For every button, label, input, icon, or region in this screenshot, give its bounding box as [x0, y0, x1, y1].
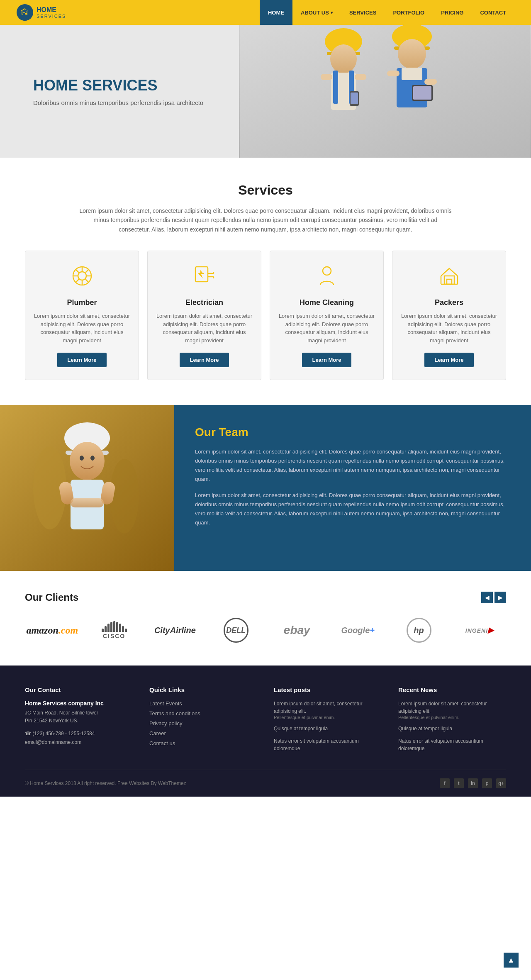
plumber-learn-more-button[interactable]: Learn More: [57, 353, 106, 367]
footer-link-item: Career: [149, 730, 257, 736]
svg-point-48: [70, 442, 105, 480]
plumber-desc: Lorem ipsum dolor sit amet, consectetur …: [34, 312, 130, 344]
googleplus-icon[interactable]: g+: [496, 778, 506, 788]
clients-prev-button[interactable]: ◀: [481, 592, 493, 603]
team-content: Our Team Lorem ipsum dolor sit amet, con…: [174, 405, 531, 571]
pinterest-icon[interactable]: p: [482, 778, 492, 788]
twitter-icon[interactable]: t: [454, 778, 464, 788]
logo-text: HOME SERVICES: [37, 6, 66, 19]
nav-home[interactable]: HOME: [260, 0, 292, 25]
logo[interactable]: HOME SERVICES: [17, 4, 66, 21]
svg-line-27: [85, 279, 89, 283]
packers-desc: Lorem ipsum dolor sit amet, consectetur …: [401, 312, 497, 344]
svg-marker-36: [198, 270, 204, 278]
footer-links-list: Latest Events Terms and conditions Priva…: [149, 700, 257, 746]
plumber-title: Plumber: [67, 298, 97, 307]
hero-title: HOME SERVICES: [33, 77, 203, 94]
nav-pricing[interactable]: PRICING: [433, 0, 472, 25]
team-image: [0, 405, 174, 571]
service-card-packers: Packers Lorem ipsum dolor sit amet, cons…: [392, 251, 506, 380]
team-para-1: Lorem ipsum dolor sit amet, consectetur …: [195, 447, 510, 484]
footer-company-name: Home Services company Inc: [25, 700, 133, 707]
client-logo-cisco: CISCO: [89, 616, 139, 645]
svg-rect-15: [402, 68, 422, 80]
footer-news-col: Recent News Lorem ipsum dolor sit amet, …: [398, 686, 506, 757]
footer-address: JC Main Road, Near Silnlie towerPin-2154…: [25, 709, 133, 725]
logo-sub: SERVICES: [37, 14, 66, 19]
service-card-plumber: Plumber Lorem ipsum dolor sit amet, cons…: [25, 251, 139, 380]
footer-news-item: Lorem ipsum dolor sit amet, consectetur …: [398, 700, 506, 720]
footer-quicklinks-col: Quick Links Latest Events Terms and cond…: [149, 686, 257, 757]
electrician-learn-more-button[interactable]: Learn More: [180, 353, 229, 367]
svg-rect-39: [447, 279, 452, 284]
phone-icon: ☎: [25, 731, 31, 736]
footer-copyright: © Home Services 2018 All right reserved.…: [25, 780, 186, 786]
svg-point-37: [323, 267, 331, 275]
footer: Our Contact Home Services company Inc JC…: [0, 666, 531, 797]
footer-contact-title: Our Contact: [25, 686, 133, 693]
services-title: Services: [25, 183, 506, 198]
svg-point-49: [80, 456, 84, 461]
footer-link-contact[interactable]: Contact us: [149, 740, 175, 746]
footer-contact-col: Our Contact Home Services company Inc JC…: [25, 686, 133, 757]
clients-section: Our Clients ◀ ▶ amazon.com: [0, 571, 531, 666]
svg-rect-8: [351, 93, 358, 104]
footer-link-terms[interactable]: Terms and conditions: [149, 710, 200, 717]
team-para-2: Lorem ipsum dolor sit amet, consectetur …: [195, 491, 510, 527]
electrician-desc: Lorem ipsum dolor sit amet, consectetur …: [156, 312, 253, 344]
client-logo-cityairline: CityAirline: [150, 616, 200, 645]
footer-posts-col: Latest posts Lorem ipsum dolor sit amet,…: [274, 686, 382, 757]
svg-line-29: [76, 279, 79, 283]
clients-next-button[interactable]: ▶: [494, 592, 506, 603]
svg-rect-18: [387, 71, 399, 76]
nav-portfolio[interactable]: PORTFOLIO: [385, 0, 433, 25]
svg-line-28: [85, 269, 89, 273]
footer-post-item: Quisque at tempor ligula: [274, 725, 382, 732]
cleaning-desc: Lorem ipsum dolor sit amet, consectetur …: [278, 312, 375, 344]
client-logo-hp: hp: [394, 616, 444, 645]
footer-link-privacy[interactable]: Privacy policy: [149, 720, 182, 726]
hero-image: [239, 25, 531, 158]
team-title: Our Team: [195, 426, 510, 439]
svg-point-45: [110, 459, 139, 534]
footer-news-title: Recent News: [398, 686, 506, 693]
svg-rect-19: [424, 79, 437, 85]
cleaning-learn-more-button[interactable]: Learn More: [302, 353, 351, 367]
svg-rect-0: [240, 25, 530, 158]
service-card-cleaning: Home Cleaning Lorem ipsum dolor sit amet…: [270, 251, 384, 380]
client-logo-dell: DELL: [211, 616, 261, 645]
logo-brand: HOME: [37, 6, 66, 14]
client-logo-ingeni: INGENI▶: [455, 616, 504, 645]
linkedin-icon[interactable]: in: [468, 778, 478, 788]
nav-links: HOME ABOUT US ▾ SERVICES PORTFOLIO PRICI…: [260, 0, 514, 25]
footer-posts-title: Latest posts: [274, 686, 382, 693]
footer-link-item: Privacy policy: [149, 720, 257, 726]
footer-bottom: © Home Services 2018 All right reserved.…: [25, 770, 506, 788]
svg-rect-17: [413, 86, 431, 100]
svg-point-3: [330, 44, 357, 73]
footer-link-item: Terms and conditions: [149, 710, 257, 717]
svg-point-13: [398, 39, 426, 69]
services-section: Services Lorem ipsum dolor sit amet, con…: [0, 158, 531, 405]
nav-contact[interactable]: CONTACT: [472, 0, 514, 25]
nav-services[interactable]: SERVICES: [341, 0, 385, 25]
packers-learn-more-button[interactable]: Learn More: [424, 353, 473, 367]
hero-subtitle: Doloribus omnis minus temporibus perfere…: [33, 99, 203, 106]
footer-post-item: Natus error sit volupatem accusantium do…: [274, 737, 382, 752]
svg-rect-54: [71, 498, 104, 507]
electrician-icon: [192, 263, 217, 292]
cleaning-icon: [314, 263, 339, 292]
footer-link-career[interactable]: Career: [149, 730, 166, 736]
cleaning-title: Home Cleaning: [300, 298, 354, 307]
packers-icon: [437, 263, 462, 292]
svg-line-26: [76, 269, 79, 273]
logo-icon: [17, 4, 33, 21]
footer-contact-info: ☎ (123) 456-789 - 1255-12584 email@domai…: [25, 729, 133, 747]
nav-about[interactable]: ABOUT US ▾: [292, 0, 341, 25]
footer-link-latest-events[interactable]: Latest Events: [149, 700, 182, 707]
packers-title: Packers: [435, 298, 463, 307]
client-logo-google: Google+: [333, 616, 383, 645]
facebook-icon[interactable]: f: [440, 778, 450, 788]
service-cards-grid: Plumber Lorem ipsum dolor sit amet, cons…: [25, 251, 506, 380]
footer-social-links: f t in p g+: [440, 778, 506, 788]
